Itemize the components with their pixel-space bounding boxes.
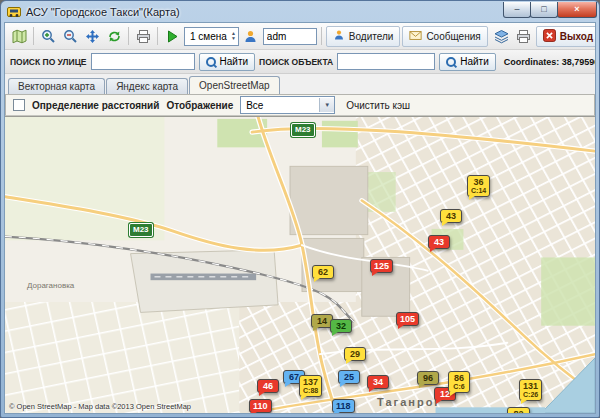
vehicle-marker[interactable]: 110 xyxy=(249,399,272,413)
object-search-input[interactable] xyxy=(337,53,435,70)
street-find-button[interactable]: Найти xyxy=(199,53,256,71)
search-icon xyxy=(206,57,216,67)
coordinates-readout: Coordinates: 38,79596, 47,26745 xyxy=(504,57,596,67)
window-title: АСУ "Городское Такси"(Карта) xyxy=(26,6,504,18)
object-find-label: Найти xyxy=(460,56,489,67)
title-bar[interactable]: АСУ "Городское Такси"(Карта) – □ × xyxy=(1,1,599,22)
spinner-icon[interactable]: ▲▼ xyxy=(231,31,236,41)
street-search-label: ПОИСК ПО УЛИЦЕ xyxy=(10,57,87,67)
zoom-out-button[interactable] xyxy=(60,26,80,46)
maximize-button[interactable]: □ xyxy=(530,2,558,18)
user-input[interactable] xyxy=(263,28,317,45)
distance-checkbox-label: Определение расстояний xyxy=(32,100,159,111)
tab-openstreetmap[interactable]: OpenStreetMap xyxy=(189,76,280,94)
display-label: Отображение xyxy=(166,100,233,111)
road-badge: М23 xyxy=(129,223,153,237)
app-window: АСУ "Городское Такси"(Карта) – □ × xyxy=(0,0,600,418)
layers-button[interactable] xyxy=(492,26,512,46)
vehicle-marker[interactable]: 34 xyxy=(367,375,389,389)
search-bar: ПОИСК ПО УЛИЦЕ Найти ПОИСК ОБЪЕКТА Найти… xyxy=(5,50,595,74)
toolbar-separator xyxy=(321,27,322,45)
toolbar-separator xyxy=(157,27,158,45)
refresh-button[interactable] xyxy=(104,26,124,46)
map-controls-bar: Определение расстояний Отображение Все ▼… xyxy=(5,94,595,116)
place-label: Дорагановка xyxy=(27,281,74,290)
city-label: Таганрог xyxy=(377,396,441,408)
distance-checkbox[interactable] xyxy=(13,99,25,111)
print-map-button[interactable] xyxy=(514,26,534,46)
street-search-input[interactable] xyxy=(91,53,195,70)
app-icon xyxy=(7,5,21,19)
map-markers: 36C:1443431256210514322967137C:882546110… xyxy=(5,117,595,413)
map-mode-button[interactable] xyxy=(9,26,29,46)
vehicle-marker[interactable]: 86C:6 xyxy=(448,371,470,393)
object-find-button[interactable]: Найти xyxy=(439,53,496,71)
exit-label: Выход xyxy=(560,31,593,42)
vehicle-marker[interactable]: 32 xyxy=(330,319,352,333)
close-button[interactable]: × xyxy=(557,2,597,18)
messages-button[interactable]: Сообщения xyxy=(402,26,487,47)
user-icon xyxy=(241,26,261,46)
driver-icon xyxy=(333,29,345,43)
search-icon xyxy=(446,57,456,67)
vehicle-marker[interactable]: 131C:26 xyxy=(519,379,542,401)
vehicle-marker[interactable]: 46 xyxy=(257,379,279,393)
client-area: 1 смена ▲▼ Водители Сообщения xyxy=(4,22,596,414)
pan-button[interactable] xyxy=(82,26,102,46)
toolbar-separator xyxy=(128,27,129,45)
clear-cache-button[interactable]: Очистить кэш xyxy=(342,100,414,111)
exit-icon xyxy=(543,29,556,44)
envelope-icon xyxy=(409,30,422,43)
main-toolbar: 1 смена ▲▼ Водители Сообщения xyxy=(5,23,595,50)
window-controls: – □ × xyxy=(504,2,597,18)
object-search-label: ПОИСК ОБЪЕКТА xyxy=(259,57,333,67)
start-button[interactable] xyxy=(162,26,182,46)
print-button[interactable] xyxy=(133,26,153,46)
tab-yandex-map[interactable]: Яндекс карта xyxy=(106,78,188,94)
chevron-down-icon: ▼ xyxy=(319,98,334,112)
vehicle-marker[interactable]: 125 xyxy=(370,259,393,273)
shift-select[interactable]: 1 смена ▲▼ xyxy=(184,27,239,46)
map-view[interactable]: 36C:1443431256210514322967137C:882546110… xyxy=(5,116,595,413)
street-find-label: Найти xyxy=(220,56,249,67)
drivers-button[interactable]: Водители xyxy=(326,26,401,47)
vehicle-marker[interactable]: 25 xyxy=(338,370,360,384)
vehicle-marker[interactable]: 29 xyxy=(344,347,366,361)
zoom-in-button[interactable] xyxy=(38,26,58,46)
vehicle-marker[interactable]: 62 xyxy=(312,265,334,279)
vehicle-marker[interactable]: 105 xyxy=(396,312,419,326)
drivers-label: Водители xyxy=(349,31,394,42)
toolbar-separator xyxy=(33,27,34,45)
vehicle-marker[interactable]: 82C:38 xyxy=(507,407,530,413)
shift-value: 1 смена xyxy=(190,31,227,42)
display-select[interactable]: Все ▼ xyxy=(240,96,335,114)
vehicle-marker[interactable]: 118 xyxy=(332,399,355,413)
vehicle-marker[interactable]: 43 xyxy=(428,235,450,249)
minimize-button[interactable]: – xyxy=(503,2,531,18)
map-attribution: © Open StreetMap - Map data ©2013 Open S… xyxy=(9,402,191,411)
exit-button[interactable]: Выход xyxy=(536,26,596,47)
road-badge: М23 xyxy=(291,123,315,137)
vehicle-marker[interactable]: 36C:14 xyxy=(467,175,490,197)
vehicle-marker[interactable]: 137C:88 xyxy=(299,375,322,397)
vehicle-marker[interactable]: 96 xyxy=(417,371,439,385)
map-tabs: Векторная карта Яндекс карта OpenStreetM… xyxy=(5,74,595,94)
messages-label: Сообщения xyxy=(426,31,480,42)
vehicle-marker[interactable]: 43 xyxy=(440,209,462,223)
display-value: Все xyxy=(246,100,263,111)
tab-vector-map[interactable]: Векторная карта xyxy=(8,78,105,94)
